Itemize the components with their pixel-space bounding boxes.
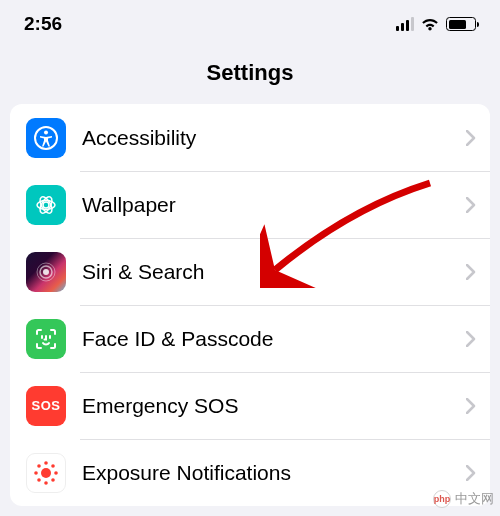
cellular-signal-icon bbox=[396, 17, 415, 31]
siri-icon bbox=[26, 252, 66, 292]
svg-point-18 bbox=[51, 478, 55, 482]
row-label: Siri & Search bbox=[82, 260, 466, 284]
chevron-right-icon bbox=[466, 398, 476, 414]
svg-point-13 bbox=[34, 471, 38, 475]
row-label: Exposure Notifications bbox=[82, 461, 466, 485]
svg-point-12 bbox=[44, 481, 48, 485]
svg-point-10 bbox=[41, 468, 51, 478]
exposure-icon bbox=[26, 453, 66, 493]
chevron-right-icon bbox=[466, 264, 476, 280]
row-exposure-notifications[interactable]: Exposure Notifications bbox=[10, 439, 490, 506]
sos-icon: SOS bbox=[26, 386, 66, 426]
page-title: Settings bbox=[0, 60, 500, 86]
settings-list: Accessibility Wallpaper Siri & Search Fa… bbox=[10, 104, 490, 506]
row-label: Accessibility bbox=[82, 126, 466, 150]
svg-point-2 bbox=[43, 202, 49, 208]
svg-point-15 bbox=[37, 464, 41, 468]
row-label: Face ID & Passcode bbox=[82, 327, 466, 351]
svg-point-14 bbox=[54, 471, 58, 475]
row-faceid-passcode[interactable]: Face ID & Passcode bbox=[10, 305, 490, 372]
row-label: Emergency SOS bbox=[82, 394, 466, 418]
watermark: php 中文网 bbox=[433, 490, 494, 508]
svg-point-1 bbox=[44, 130, 48, 134]
svg-point-9 bbox=[43, 269, 49, 275]
wallpaper-icon bbox=[26, 185, 66, 225]
status-icons bbox=[396, 17, 477, 31]
status-bar: 2:56 bbox=[0, 0, 500, 48]
chevron-right-icon bbox=[466, 197, 476, 213]
faceid-icon bbox=[26, 319, 66, 359]
row-label: Wallpaper bbox=[82, 193, 466, 217]
row-wallpaper[interactable]: Wallpaper bbox=[10, 171, 490, 238]
chevron-right-icon bbox=[466, 465, 476, 481]
accessibility-icon bbox=[26, 118, 66, 158]
svg-point-16 bbox=[51, 464, 55, 468]
row-emergency-sos[interactable]: SOS Emergency SOS bbox=[10, 372, 490, 439]
nav-header: Settings bbox=[0, 48, 500, 104]
status-time: 2:56 bbox=[24, 13, 62, 35]
chevron-right-icon bbox=[466, 331, 476, 347]
battery-icon bbox=[446, 17, 476, 31]
svg-point-17 bbox=[37, 478, 41, 482]
watermark-logo: php bbox=[433, 490, 451, 508]
row-accessibility[interactable]: Accessibility bbox=[10, 104, 490, 171]
chevron-right-icon bbox=[466, 130, 476, 146]
wifi-icon bbox=[420, 17, 440, 31]
svg-point-11 bbox=[44, 461, 48, 465]
watermark-text: 中文网 bbox=[455, 490, 494, 508]
row-siri-search[interactable]: Siri & Search bbox=[10, 238, 490, 305]
